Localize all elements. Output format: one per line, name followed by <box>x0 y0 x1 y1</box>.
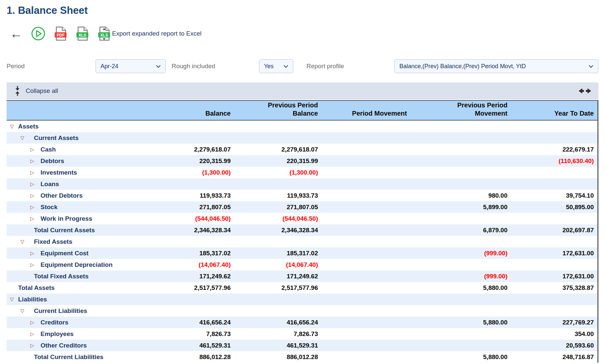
cell-value <box>318 305 407 317</box>
cell-value <box>231 178 318 190</box>
export-pdf-button[interactable]: PDF <box>54 26 67 41</box>
collapse-row-icon[interactable]: ▽ <box>20 135 29 141</box>
cell-value: 171,249.62 <box>231 270 318 282</box>
table-row[interactable]: ▷Other Creditors461,529.31461,529.3120,5… <box>7 340 597 351</box>
table-row[interactable]: ▷Stock271,807.05271,807.055,899.0050,895… <box>7 201 597 213</box>
collapse-all-button[interactable]: Collapse all <box>14 86 58 96</box>
expand-row-icon[interactable]: ▷ <box>30 331 39 337</box>
export-excel-button[interactable]: XLS <box>76 26 89 41</box>
cell-value: 119,933.73 <box>148 190 231 201</box>
table-row[interactable]: ▷Employees7,826.737,826.73354.00 <box>7 328 597 340</box>
row-label: Creditors <box>41 319 68 326</box>
cell-value: 172,631.00 <box>507 247 598 259</box>
table-row[interactable]: ▽Current Liabilities <box>7 305 597 317</box>
cell-value: 2,346,328.34 <box>231 224 318 236</box>
table-row[interactable]: ▷Cash2,279,618.072,279,618.07222,679.17 <box>7 144 597 155</box>
report-profile-select[interactable]: Balance,(Prev) Balance,(Prev) Period Mov… <box>394 59 598 73</box>
collapse-row-icon[interactable]: ▽ <box>20 308 29 314</box>
expand-row-icon[interactable]: ▷ <box>30 181 39 187</box>
collapse-row-icon[interactable]: ▽ <box>10 296 18 302</box>
run-report-button[interactable] <box>31 26 45 41</box>
row-label: Equipment Cost <box>41 250 89 257</box>
table-row: Total Assets2,517,577.962,517,577.965,88… <box>7 282 597 294</box>
table-header-row: BalancePrevious Period BalancePeriod Mov… <box>7 100 597 121</box>
table-row[interactable]: ▷Work in Progress(544,046.50)(544,046.50… <box>7 213 597 224</box>
cell-value <box>148 121 231 132</box>
page-title: 1. Balance Sheet <box>7 5 88 16</box>
expand-columns-button[interactable] <box>579 88 591 94</box>
cell-value: 416,656.24 <box>148 317 231 328</box>
table-row[interactable]: ▷Debtors220,315.99220,315.99(110,630.40) <box>7 155 597 167</box>
column-header-name <box>7 101 148 120</box>
svg-text:PDF: PDF <box>57 33 65 38</box>
cell-value: (544,046.50) <box>148 213 231 224</box>
row-label: Total Current Assets <box>34 227 95 234</box>
expand-row-icon[interactable]: ▷ <box>30 204 39 210</box>
cell-value: 416,656.24 <box>231 317 318 328</box>
cell-value <box>318 259 407 270</box>
table-row[interactable]: ▷Investments(1,300.00)(1,300.00) <box>7 167 597 178</box>
collapse-row-icon[interactable]: ▽ <box>10 124 18 129</box>
cell-value <box>231 121 318 132</box>
cell-value: 172,631.00 <box>507 270 598 282</box>
column-header-previous-period-movement: Previous Period Movement <box>407 101 507 120</box>
xls-expanded-file-icon: XLS <box>98 26 111 41</box>
cell-value: (544,046.50) <box>231 213 318 224</box>
cell-value <box>148 305 231 317</box>
cell-value <box>231 305 318 317</box>
cell-value: 2,517,577.96 <box>231 282 318 294</box>
row-label: Cash <box>41 146 56 153</box>
cell-value: (110,630.40) <box>507 155 598 167</box>
export-expanded-excel-button[interactable]: XLS Export expanded report to Excel <box>98 26 201 41</box>
table-row[interactable]: ▽Liabilities <box>7 294 597 305</box>
table-row[interactable]: ▷Equipment Depreciation(14,067.40)(14,06… <box>7 259 597 270</box>
table-row[interactable]: ▽Fixed Assets <box>7 236 597 247</box>
table-row[interactable]: ▷Other Debtors119,933.73119,933.73980.00… <box>7 190 597 201</box>
cell-value: (1,300.00) <box>148 167 231 178</box>
table-body: ▽Assets▽Current Assets▷Cash2,279,618.072… <box>7 121 597 363</box>
cell-value <box>507 294 598 305</box>
cell-value: 5,880.00 <box>407 282 507 294</box>
cell-value <box>407 213 507 224</box>
expand-row-icon[interactable]: ▷ <box>30 193 39 199</box>
xls-file-icon: XLS <box>76 26 89 41</box>
table-row: Total Current Assets2,346,328.342,346,32… <box>7 224 597 236</box>
table-row[interactable]: ▷Creditors416,656.24416,656.245,880.0022… <box>7 317 597 328</box>
collapse-all-label: Collapse all <box>26 87 58 95</box>
rough-included-select[interactable]: Yes <box>259 59 293 73</box>
expand-row-icon[interactable]: ▷ <box>30 158 39 164</box>
expand-row-icon[interactable]: ▷ <box>30 343 39 349</box>
column-header-year-to-date: Year To Date <box>507 101 598 120</box>
table-row[interactable]: ▷Loans <box>7 178 597 190</box>
cell-value <box>318 167 407 178</box>
expand-row-icon[interactable]: ▷ <box>30 170 39 176</box>
row-label: Debtors <box>41 157 64 165</box>
cell-value <box>318 121 407 132</box>
table-row[interactable]: ▷Equipment Cost185,317.02185,317.02(999.… <box>7 247 597 259</box>
table-row[interactable]: ▽Current Assets <box>7 132 597 144</box>
cell-value: 50,895.00 <box>507 201 598 213</box>
cell-value: (14,067.40) <box>148 259 231 270</box>
cell-value: 119,933.73 <box>231 190 318 201</box>
expand-row-icon[interactable]: ▷ <box>30 262 39 268</box>
expand-row-icon[interactable]: ▷ <box>30 147 39 153</box>
cell-value <box>507 178 598 190</box>
column-header-balance: Balance <box>148 101 231 120</box>
expand-row-icon[interactable]: ▷ <box>30 250 39 256</box>
table-row[interactable]: ▽Assets <box>7 121 597 132</box>
cell-value <box>318 144 407 155</box>
row-label: Fixed Assets <box>34 238 72 245</box>
row-label: Total Fixed Assets <box>34 273 89 280</box>
expand-row-icon[interactable]: ▷ <box>30 320 39 325</box>
expand-row-icon[interactable]: ▷ <box>30 216 39 222</box>
period-select[interactable]: Apr-24 <box>96 59 166 73</box>
period-label: Period <box>7 63 25 70</box>
cell-value <box>318 317 407 328</box>
cell-value <box>318 155 407 167</box>
collapse-row-icon[interactable]: ▽ <box>20 239 29 245</box>
cell-value <box>318 132 407 144</box>
run-icon <box>31 26 45 41</box>
back-button[interactable]: ← <box>10 27 22 40</box>
cell-value: 39,754.10 <box>507 190 598 201</box>
toolbar: ← PDF <box>10 26 201 42</box>
